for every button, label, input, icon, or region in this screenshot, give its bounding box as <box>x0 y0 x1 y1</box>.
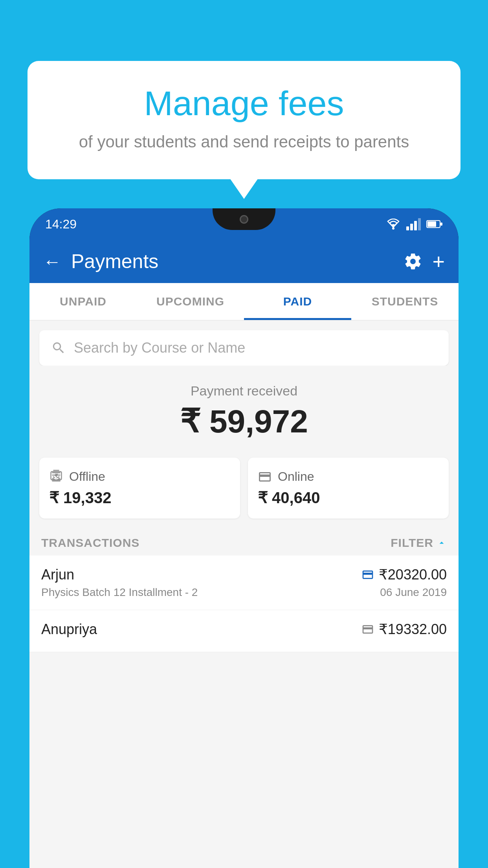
transaction-row-1: Arjun ₹20320.00 <box>41 566 447 583</box>
gear-icon[interactable] <box>404 252 422 271</box>
svg-point-0 <box>392 227 394 230</box>
search-input[interactable]: Search by Course or Name <box>74 340 245 356</box>
transaction-row-2: Anupriya ₹19332.00 <box>41 621 447 638</box>
bubble-subtitle: of your students and send receipts to pa… <box>55 131 433 154</box>
svg-rect-2 <box>427 221 436 227</box>
transaction-amount-row-2: ₹19332.00 <box>361 621 447 638</box>
status-bar: 14:29 <box>29 208 459 240</box>
transactions-label: TRANSACTIONS <box>41 536 139 550</box>
signal-icon <box>406 218 421 230</box>
filter-icon <box>437 538 447 548</box>
transaction-amount-row-1: ₹20320.00 <box>361 566 447 583</box>
transaction-amount-2: ₹19332.00 <box>379 621 447 638</box>
transactions-header: TRANSACTIONS FILTER <box>29 528 459 555</box>
transaction-detail-1: Physics Batch 12 Installment - 2 06 June… <box>41 586 447 599</box>
tab-unpaid[interactable]: UNPAID <box>29 283 137 320</box>
speech-bubble: Manage fees of your students and send re… <box>28 61 460 179</box>
svg-rect-3 <box>440 223 442 226</box>
tabs-bar: UNPAID UPCOMING PAID STUDENTS <box>29 283 459 320</box>
app-content: Search by Course or Name Payment receive… <box>29 320 459 868</box>
tab-paid[interactable]: PAID <box>244 283 351 320</box>
online-icon <box>258 470 272 484</box>
transaction-course-1: Physics Batch 12 Installment - 2 <box>41 586 198 599</box>
online-label: Online <box>278 469 314 484</box>
payment-received-label: Payment received <box>39 383 449 399</box>
transaction-item[interactable]: Arjun ₹20320.00 Physics Batch 12 Install… <box>29 555 459 610</box>
notch <box>213 208 275 230</box>
app-header: ← Payments + <box>29 240 459 283</box>
wifi-icon <box>386 219 401 230</box>
online-card: Online ₹ 40,640 <box>248 458 449 519</box>
phone-frame: 14:29 ← Pa <box>29 208 459 868</box>
add-button[interactable]: + <box>432 249 445 274</box>
offline-card-header: ₹ Offline <box>49 469 230 484</box>
offline-label: Offline <box>69 469 105 484</box>
card-payment-icon-1 <box>361 568 374 581</box>
rupee-payment-icon-2 <box>361 623 374 636</box>
payment-received-section: Payment received ₹ 59,972 <box>29 366 459 458</box>
payment-cards: ₹ Offline ₹ 19,332 Online ₹ 40,640 <box>29 458 459 528</box>
status-time: 14:29 <box>45 217 77 232</box>
svg-text:₹: ₹ <box>55 473 58 479</box>
status-icons <box>386 218 443 230</box>
speech-bubble-container: Manage fees of your students and send re… <box>28 61 460 179</box>
filter-button[interactable]: FILTER <box>391 536 447 550</box>
offline-amount: ₹ 19,332 <box>49 489 230 507</box>
camera <box>240 215 248 224</box>
tab-students[interactable]: STUDENTS <box>351 283 459 320</box>
transaction-item-2[interactable]: Anupriya ₹19332.00 <box>29 610 459 652</box>
tab-upcoming[interactable]: UPCOMING <box>137 283 244 320</box>
transaction-name-2: Anupriya <box>41 621 97 638</box>
search-bar[interactable]: Search by Course or Name <box>39 330 449 366</box>
transaction-amount-1: ₹20320.00 <box>379 566 447 583</box>
online-amount: ₹ 40,640 <box>258 489 439 507</box>
back-button[interactable]: ← <box>43 251 61 272</box>
online-card-header: Online <box>258 469 439 484</box>
offline-icon: ₹ <box>49 470 63 484</box>
offline-card: ₹ Offline ₹ 19,332 <box>39 458 240 519</box>
bubble-title: Manage fees <box>55 85 433 123</box>
transaction-date-1: 06 June 2019 <box>380 586 447 599</box>
payment-received-amount: ₹ 59,972 <box>39 403 449 440</box>
battery-icon <box>426 220 443 228</box>
transaction-name-1: Arjun <box>41 566 74 583</box>
search-icon <box>51 340 66 355</box>
page-title: Payments <box>71 250 394 273</box>
